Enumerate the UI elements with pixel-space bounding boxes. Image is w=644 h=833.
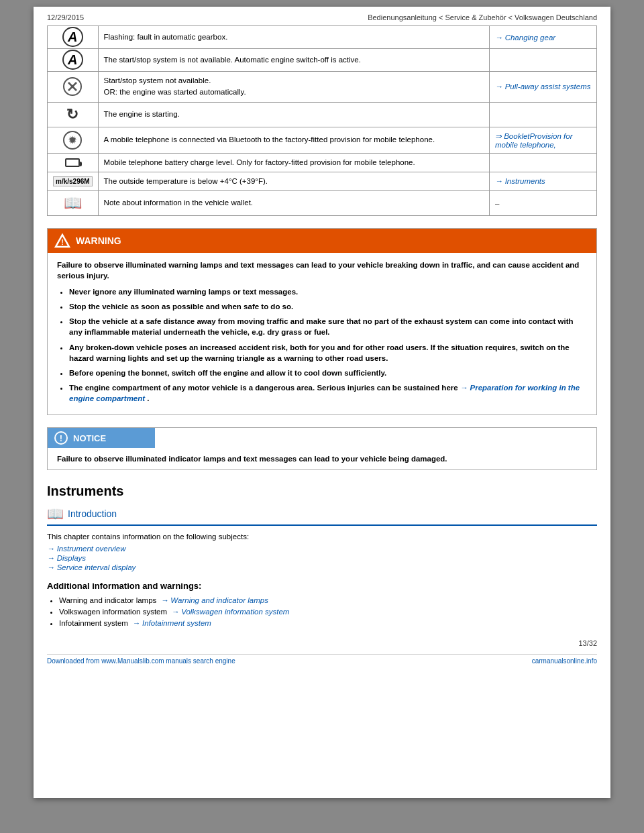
book-icon: 📖 [47, 506, 64, 522]
warning-title: WARNING [76, 235, 121, 246]
footer-left[interactable]: Downloaded from www.Manualslib.com manua… [47, 657, 235, 665]
svg-text:!: ! [61, 238, 64, 246]
page-number: 13/32 [47, 639, 597, 647]
notice-text: Failure to observe illuminated indicator… [57, 453, 587, 464]
warning-list-item: Before opening the bonnet, switch off th… [69, 368, 587, 378]
warning-list: Never ignore any illuminated warning lam… [57, 286, 587, 404]
warning-list-item: Any broken-down vehicle poses an increas… [69, 342, 587, 364]
intro-link-item[interactable]: → Service interval display [47, 563, 597, 571]
table-link-cell[interactable]: → Pull-away assist systems [490, 72, 597, 103]
warning-list-item: Stop the vehicle as soon as possible and… [69, 301, 587, 312]
instruments-section: Instruments 📖 Introduction This chapter … [47, 484, 597, 627]
notice-circle-icon: ! [54, 431, 68, 445]
warning-list-item: Stop the vehicle at a safe distance away… [69, 316, 587, 337]
page-header: 12/29/2015 Bedienungsanleitung < Service… [47, 13, 597, 21]
table-link-cell[interactable]: → Changing gear [490, 26, 597, 49]
additional-link[interactable]: → Warning and indicator lamps [161, 596, 268, 604]
intro-text: This chapter contains information on the… [47, 533, 597, 541]
table-description-cell: Note about information in the vehicle wa… [98, 191, 489, 216]
additional-list-item: Volkswagen information system → Volkswag… [59, 608, 597, 616]
table-description-cell: The outside temperature is below +4°C (+… [98, 172, 489, 190]
warning-box: ! WARNING Failure to observe illuminated… [47, 228, 597, 415]
additional-link[interactable]: → Infotainment system [132, 619, 211, 627]
warning-list-item: Never ignore any illuminated warning lam… [69, 286, 587, 297]
table-description-cell: Start/stop system not available.OR: the … [98, 72, 489, 103]
table-link[interactable]: → Changing gear [495, 34, 555, 42]
warning-intro: Failure to observe illuminated warning l… [57, 260, 587, 281]
table-link-cell [490, 102, 597, 127]
table-description-cell: Mobile telephone battery charge level. O… [98, 153, 489, 172]
table-link[interactable]: → Pull-away assist systems [495, 82, 590, 91]
footer-right[interactable]: carmanualsonline.info [532, 657, 597, 665]
instruments-title: Instruments [47, 484, 597, 499]
table-link-cell [490, 153, 597, 172]
additional-info-list: Warning and indicator lamps → Warning an… [47, 596, 597, 627]
intro-link[interactable]: Introduction [68, 508, 117, 519]
table-icon-cell [48, 153, 99, 172]
additional-list-item: Warning and indicator lamps → Warning an… [59, 596, 597, 604]
table-icon-cell: A [48, 49, 99, 72]
table-link[interactable]: ⇒ BookletProvision for mobile telephone, [495, 132, 572, 149]
table-link[interactable]: → Instruments [495, 177, 545, 185]
preparation-link[interactable]: → Preparation for working in the engine … [69, 384, 580, 402]
warning-header: ! WARNING [48, 229, 596, 253]
intro-link-item[interactable]: → Displays [47, 554, 597, 562]
table-link-cell[interactable]: → Instruments [490, 172, 597, 190]
intro-link-item[interactable]: → Instrument overview [47, 545, 597, 553]
additional-info-title: Additional information and warnings: [47, 581, 597, 591]
notice-box: ! NOTICE Failure to observe illuminated … [47, 427, 597, 470]
page: 12/29/2015 Bedienungsanleitung < Service… [34, 7, 610, 798]
notice-body: Failure to observe illuminated indicator… [48, 448, 596, 469]
table-description-cell: The engine is starting. [98, 102, 489, 127]
header-date: 12/29/2015 [47, 13, 84, 21]
table-icon-cell: ✹ [48, 127, 99, 153]
table-description-cell: A mobile telephone is connected via Blue… [98, 127, 489, 153]
notice-header: ! NOTICE [48, 428, 155, 448]
table-description-cell: The start/stop system is not available. … [98, 49, 489, 72]
table-icon-cell: A [48, 26, 99, 49]
warning-triangle-icon: ! [54, 233, 70, 249]
instruments-intro-header: 📖 Introduction [47, 506, 597, 526]
table-link-cell: – [490, 191, 597, 216]
table-icon-cell: 📖 [48, 191, 99, 216]
table-icon-cell: m/k/s296M [48, 172, 99, 190]
table-icon-cell: ↺ [48, 102, 99, 127]
additional-link[interactable]: → Volkswagen information system [171, 608, 289, 616]
table-link-cell [490, 49, 597, 72]
intro-links: → Instrument overview→ Displays→ Service… [47, 545, 597, 571]
warning-list-item: The engine compartment of any motor vehi… [69, 382, 587, 404]
header-title: Bedienungsanleitung < Service & Zubehör … [368, 13, 597, 21]
indicator-table: AFlashing: fault in automatic gearbox.→ … [47, 25, 597, 216]
notice-title: NOTICE [73, 433, 106, 443]
table-description-cell: Flashing: fault in automatic gearbox. [98, 26, 489, 49]
table-icon-cell [48, 72, 99, 103]
warning-body: Failure to observe illuminated warning l… [48, 253, 596, 414]
additional-list-item: Infotainment system → Infotainment syste… [59, 619, 597, 627]
table-link-cell[interactable]: ⇒ BookletProvision for mobile telephone, [490, 127, 597, 153]
footer: Downloaded from www.Manualslib.com manua… [47, 654, 597, 665]
